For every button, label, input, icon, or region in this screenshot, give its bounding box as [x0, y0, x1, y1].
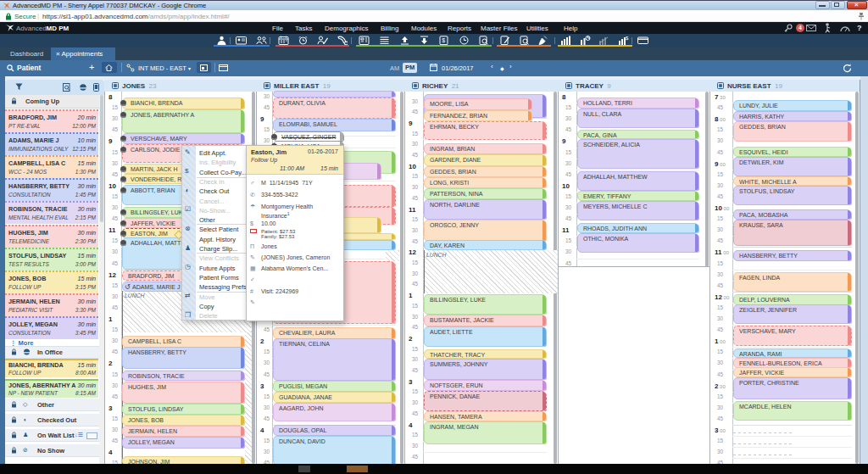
- svg-text:$: $: [442, 37, 445, 43]
- svg-text:$: $: [626, 36, 629, 41]
